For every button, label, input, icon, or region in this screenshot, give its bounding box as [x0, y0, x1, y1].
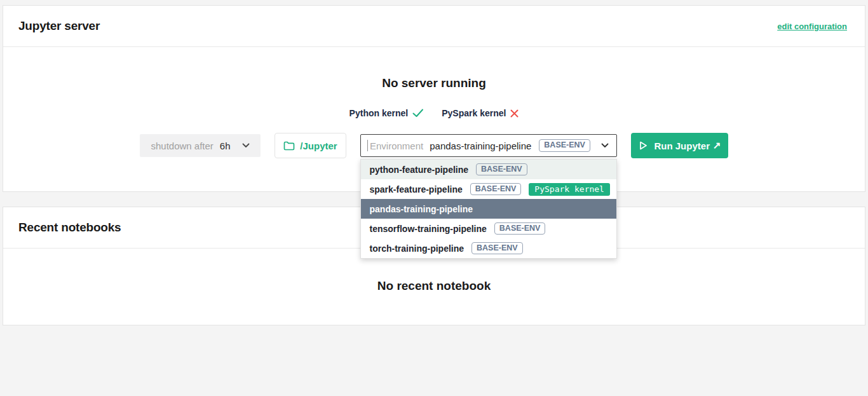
no-server-heading: No server running: [382, 76, 486, 90]
text-cursor: [367, 140, 368, 151]
environment-dropdown-panel: python-feature-pipeline BASE-ENV spark-f…: [360, 159, 617, 259]
pyspark-kernel-status: PySpark kernel: [442, 108, 519, 118]
env-option-pandas-training-pipeline[interactable]: pandas-training-pipeline: [361, 199, 616, 219]
base-env-badge: BASE-ENV: [539, 139, 590, 152]
chevron-down-icon: [237, 143, 250, 148]
chevron-down-icon[interactable]: [601, 143, 609, 148]
run-jupyter-label: Run Jupyter: [654, 140, 710, 151]
base-env-badge: BASE-ENV: [470, 183, 522, 196]
play-icon: [638, 140, 648, 151]
kernel-status-row: Python kernel PySpark kernel: [349, 108, 519, 118]
environment-placeholder: Environment: [370, 140, 423, 151]
pyspark-kernel-label: PySpark kernel: [442, 108, 506, 118]
env-option-spark-feature-pipeline[interactable]: spark-feature-pipeline BASE-ENV PySpark …: [361, 179, 616, 199]
jupyter-folder-label: /Jupyter: [300, 140, 337, 151]
shutdown-after-value: 6h: [220, 140, 231, 151]
check-icon: [412, 109, 424, 118]
pyspark-kernel-badge: PySpark kernel: [529, 183, 610, 196]
server-card-body: No server running Python kernel PySpark …: [3, 47, 865, 158]
run-jupyter-button[interactable]: Run Jupyter ↗: [631, 133, 728, 158]
folder-icon: [283, 141, 295, 151]
python-kernel-status: Python kernel: [349, 108, 424, 118]
environment-selected-value: pandas-training-pipeline: [430, 140, 531, 151]
cross-icon: [510, 109, 519, 118]
no-recent-notebook-message: No recent notebook: [377, 279, 491, 293]
page-title: Jupyter server: [18, 19, 100, 33]
env-option-torch-training-pipeline[interactable]: torch-training-pipeline BASE-ENV: [361, 238, 616, 258]
jupyter-folder-button[interactable]: /Jupyter: [275, 133, 346, 158]
jupyter-server-card: Jupyter server edit configuration No ser…: [3, 5, 865, 192]
base-env-badge: BASE-ENV: [494, 222, 546, 235]
shutdown-after-label: shutdown after: [151, 140, 213, 151]
edit-configuration-link[interactable]: edit configuration: [777, 22, 847, 31]
base-env-badge: BASE-ENV: [476, 163, 527, 176]
server-controls-row: shutdown after 6h /Jupyter Environment p…: [140, 133, 728, 158]
environment-select[interactable]: Environment pandas-training-pipeline BAS…: [360, 134, 617, 157]
recent-notebooks-title: Recent notebooks: [18, 221, 121, 235]
base-env-badge: BASE-ENV: [471, 242, 523, 255]
shutdown-after-select[interactable]: shutdown after 6h: [140, 134, 261, 157]
env-option-tensorflow-training-pipeline[interactable]: tensorflow-training-pipeline BASE-ENV: [361, 219, 616, 238]
server-card-header: Jupyter server edit configuration: [3, 6, 865, 47]
env-option-python-feature-pipeline[interactable]: python-feature-pipeline BASE-ENV: [361, 160, 616, 179]
python-kernel-label: Python kernel: [349, 108, 409, 118]
external-link-arrow-icon: ↗: [713, 140, 721, 151]
